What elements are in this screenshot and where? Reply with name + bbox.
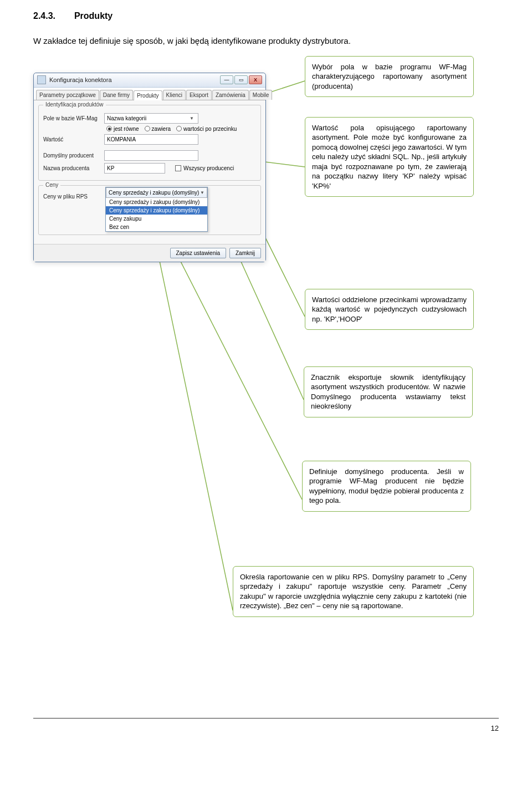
group-identyfikacja: Identyfikacja produktów Pole w bazie WF-…: [38, 105, 261, 181]
main-area: Konfiguracja konektora — ▭ X Parametry p…: [33, 56, 499, 721]
lbl-wartosc: Wartość: [43, 136, 104, 142]
minimize-button[interactable]: —: [220, 75, 233, 84]
combo-ceny-open[interactable]: Ceny sprzedaży i zakupu (domyślny) ▼ Cen…: [105, 187, 208, 232]
close-dialog-button[interactable]: Zamknij: [229, 248, 261, 258]
radio-dot-icon: [145, 126, 150, 131]
dd-item-2[interactable]: Ceny zakupu: [106, 215, 207, 223]
svg-line-5: [152, 227, 233, 610]
tab-strip: Parametry początkowe Dane firmy Produkty…: [34, 88, 265, 100]
tab-eksport[interactable]: Eksport: [186, 90, 212, 100]
callout-2: Wartość pola opisującego raportowany aso…: [305, 117, 474, 197]
maximize-button[interactable]: ▭: [234, 75, 248, 84]
chevron-down-icon: ▼: [200, 190, 204, 195]
callout-5: Definiuje domyślnego producenta. Jeśli w…: [302, 461, 471, 512]
section-number: 2.4.3.: [33, 11, 55, 21]
config-dialog: Konfiguracja konektora — ▭ X Parametry p…: [33, 73, 266, 262]
input-wartosc[interactable]: KOMPANIA: [104, 134, 198, 145]
lbl-ceny: Ceny w pliku RPS: [43, 193, 104, 200]
intro-paragraph: W zakładce tej definiuje się sposób, w j…: [33, 35, 499, 48]
section-title: Produkty: [74, 11, 112, 21]
lbl-domyslny: Domyślny producent: [43, 152, 104, 159]
radio-jest-rowne[interactable]: jest równe: [106, 126, 139, 132]
combo-ceny-head[interactable]: Ceny sprzedaży i zakupu (domyślny) ▼: [106, 187, 207, 198]
footer-rule: [33, 718, 499, 719]
tab-produkty[interactable]: Produkty: [134, 90, 162, 100]
dd-item-1[interactable]: Ceny sprzedaży i zakupu (domyślny): [106, 206, 207, 215]
page-number: 12: [491, 724, 499, 732]
group1-title: Identyfikacja produktów: [43, 101, 106, 108]
radio-dot-icon: [176, 126, 182, 131]
callout-1: Wybór pola w bazie programu WF-Mag chara…: [305, 56, 474, 98]
callout-6: Określa raportowanie cen w pliku RPS. Do…: [233, 566, 474, 617]
group-ceny: Ceny Ceny w pliku RPS Ceny sprzedaży i z…: [38, 185, 261, 235]
tab-panel: Identyfikacja produktów Pole w bazie WF-…: [34, 100, 265, 244]
radio-dot-icon: [106, 126, 112, 131]
input-nazwa[interactable]: KP: [104, 163, 165, 174]
dialog-title: Konfiguracja konektora: [49, 77, 220, 83]
group2-title: Ceny: [43, 182, 60, 188]
dd-item-0[interactable]: Ceny sprzedaży i zakupu (domyślny): [106, 198, 207, 206]
radio-group-match: jest równe zawiera wartości po przecinku: [106, 126, 256, 132]
lbl-nazwa: Nazwa producenta: [43, 165, 104, 171]
titlebar[interactable]: Konfiguracja konektora — ▭ X: [34, 73, 265, 88]
app-icon: [37, 75, 46, 84]
checkbox-icon: [175, 165, 181, 171]
tab-klienci[interactable]: Klienci: [163, 90, 186, 100]
input-domyslny[interactable]: [104, 150, 198, 161]
dialog-buttons: Zapisz ustawienia Zamknij: [34, 244, 265, 262]
combo-pole-value: Nazwa kategorii: [107, 115, 146, 121]
callout-3: Wartości oddzielone przecinkami wprowadz…: [305, 289, 474, 330]
callout-4: Znacznik eksportuje słownik identyfikują…: [304, 366, 473, 417]
radio-wartosci[interactable]: wartości po przecinku: [176, 126, 237, 132]
tab-dane-firmy[interactable]: Dane firmy: [100, 90, 133, 100]
section-header: 2.4.3. Produkty: [33, 11, 499, 21]
lbl-pole: Pole w bazie WF-Mag: [43, 115, 104, 121]
tab-mobile[interactable]: Mobile: [249, 90, 272, 100]
radio-zawiera[interactable]: zawiera: [145, 126, 171, 132]
window-buttons: — ▭ X: [220, 75, 262, 84]
save-button[interactable]: Zapisz ustawienia: [170, 248, 226, 258]
chk-wszyscy[interactable]: Wszyscy producenci: [175, 165, 234, 171]
dd-item-3[interactable]: Bez cen: [106, 223, 207, 231]
chevron-down-icon: ▼: [188, 116, 196, 121]
close-button[interactable]: X: [249, 75, 262, 84]
tab-zamowienia[interactable]: Zamówienia: [212, 90, 249, 100]
tab-parametry[interactable]: Parametry początkowe: [36, 90, 99, 100]
combo-pole[interactable]: Nazwa kategorii ▼: [104, 113, 198, 124]
